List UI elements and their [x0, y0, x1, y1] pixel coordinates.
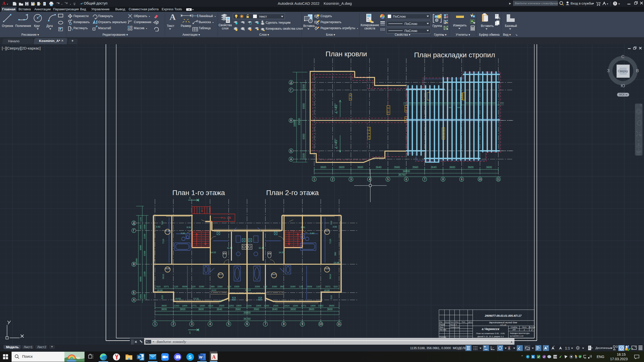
svg-text:3.82: 3.82	[156, 225, 160, 228]
svg-text:28.85: 28.85	[325, 268, 329, 269]
svg-text:Разраб.: Разраб.	[439, 324, 446, 326]
svg-text:2104: 2104	[246, 304, 251, 307]
svg-text:900: 900	[470, 102, 474, 104]
svg-text:2: 2	[332, 178, 333, 181]
svg-text:1500: 1500	[143, 224, 146, 230]
svg-text:1800: 1800	[236, 304, 241, 307]
svg-text:120: 120	[299, 285, 303, 288]
svg-text:1800: 1800	[310, 304, 315, 307]
svg-text:11: 11	[497, 178, 500, 181]
svg-text:6: 6	[406, 178, 407, 181]
svg-text:Пров.: Пров.	[439, 326, 444, 328]
svg-text:16880: 16880	[293, 120, 296, 127]
svg-text:1202: 1202	[228, 304, 234, 307]
svg-text:3600: 3600	[320, 166, 326, 169]
svg-text:3600: 3600	[161, 304, 167, 307]
svg-text:г.Черкесск: г.Черкесск	[482, 327, 500, 331]
svg-text:1342: 1342	[318, 304, 323, 307]
svg-text:2100: 2100	[143, 272, 146, 277]
svg-text:Н.контр.: Н.контр.	[439, 336, 447, 338]
svg-text:Гадаборшева: Гадаборшева	[450, 327, 460, 328]
svg-text:36760: 36760	[244, 318, 251, 320]
svg-text:3: 3	[191, 322, 193, 326]
svg-text:23.96: 23.96	[334, 261, 339, 264]
svg-text:900: 900	[448, 102, 452, 104]
svg-text:18.02: 18.02	[211, 289, 217, 291]
svg-text:30.77: 30.77	[218, 274, 223, 275]
svg-text:10: 10	[319, 322, 323, 326]
svg-text:5: 5	[387, 178, 389, 181]
svg-text:1800: 1800	[256, 304, 261, 307]
svg-text:120: 120	[263, 285, 267, 288]
svg-text:∠=45°: ∠=45°	[334, 103, 338, 114]
svg-text:4: 4	[369, 178, 370, 181]
svg-text:3560: 3560	[412, 166, 418, 169]
svg-text:27.35: 27.35	[165, 230, 170, 232]
svg-text:3600: 3600	[357, 166, 363, 169]
svg-text:А: А	[290, 158, 292, 161]
svg-text:3371: 3371	[164, 285, 169, 288]
svg-text:двухэтажный жилой дом: двухэтажный жилой дом	[489, 321, 517, 324]
svg-text:1:1: 1:1	[565, 346, 570, 350]
svg-text:2: 2	[531, 329, 533, 331]
svg-text:1500: 1500	[143, 294, 146, 299]
svg-text:План кровли: План кровли	[326, 50, 367, 58]
svg-text:5610: 5610	[162, 274, 165, 279]
svg-text:В: В	[636, 68, 639, 73]
svg-text:Стадия: Стадия	[511, 326, 517, 328]
svg-text:УП: УП	[512, 329, 515, 331]
svg-text:3390: 3390	[217, 285, 222, 288]
svg-text:Д: Д	[133, 221, 135, 225]
svg-text:200: 200	[500, 102, 504, 104]
svg-text:380: 380	[334, 252, 337, 256]
svg-text:19.83: 19.83	[175, 297, 181, 300]
svg-text:Кафедра Архитектуры: Кафедра Архитектуры	[510, 332, 530, 334]
svg-text:6000: 6000	[139, 277, 142, 282]
svg-text:Десятичные: Десятичные	[595, 346, 612, 349]
svg-text:3640: 3640	[431, 166, 437, 169]
svg-text:3560: 3560	[394, 166, 400, 169]
svg-text:i= 1/8: i= 1/8	[223, 216, 231, 220]
svg-text:120: 120	[191, 285, 195, 288]
svg-text:5398: 5398	[143, 251, 146, 256]
svg-text:3560: 3560	[235, 308, 241, 311]
svg-text:28.47: 28.47	[272, 274, 276, 275]
svg-text:13.31: 13.31	[193, 297, 199, 300]
svg-text:фасад 1-11, 11-1; разрез 1-1: фасад 1-11, 11-1; разрез 1-1	[477, 335, 504, 338]
svg-text:8.91: 8.91	[301, 226, 305, 229]
svg-text:3: 3	[350, 178, 352, 181]
svg-text:900: 900	[457, 102, 460, 104]
svg-text:1500: 1500	[293, 304, 298, 307]
svg-text:1856: 1856	[139, 294, 142, 299]
svg-text:900: 900	[483, 102, 487, 104]
svg-text:900: 900	[439, 102, 443, 104]
svg-text:510: 510	[161, 221, 164, 224]
svg-text:900: 900	[417, 102, 421, 104]
svg-text:W: W	[199, 355, 203, 359]
svg-text:2500: 2500	[219, 304, 224, 307]
svg-text:2.05: 2.05	[218, 299, 223, 302]
svg-text:9: 9	[461, 178, 462, 181]
svg-text:Г: Г	[290, 88, 292, 92]
svg-text:6: 6	[246, 322, 248, 326]
svg-text:5: 5	[228, 322, 230, 326]
svg-text:2100: 2100	[143, 234, 146, 239]
svg-text:Б: Б	[133, 291, 135, 294]
svg-text:SB: SB	[554, 355, 557, 358]
svg-text:Б: Б	[290, 149, 292, 152]
svg-text:14.53: 14.53	[210, 251, 216, 254]
svg-text:5610: 5610	[329, 274, 332, 279]
svg-text:Мяркяя А.: Мяркяя А.	[450, 324, 457, 326]
svg-text:6000: 6000	[139, 245, 142, 250]
svg-text:36000: 36000	[403, 170, 410, 173]
svg-text:3600: 3600	[161, 308, 167, 311]
svg-text:1191: 1191	[139, 217, 142, 221]
svg-text:510: 510	[334, 285, 338, 288]
svg-text:2: 2	[173, 322, 174, 326]
svg-text:900: 900	[422, 102, 425, 104]
svg-text:Кол.уч: Кол.уч	[445, 321, 449, 323]
svg-text:300: 300	[449, 106, 452, 109]
svg-text:18.90: 18.90	[157, 289, 163, 292]
svg-text:A: A	[2, 1, 6, 6]
svg-text:900: 900	[474, 102, 478, 104]
